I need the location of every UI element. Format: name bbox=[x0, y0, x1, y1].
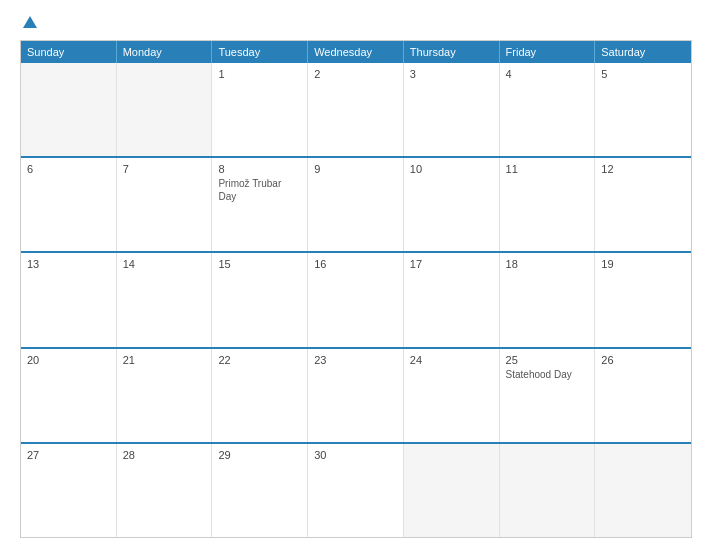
calendar-cell: 15 bbox=[212, 253, 308, 346]
logo-block bbox=[20, 16, 37, 30]
calendar-cell bbox=[595, 444, 691, 537]
calendar-week-1: 12345 bbox=[21, 63, 691, 156]
holiday-label: Statehood Day bbox=[506, 368, 589, 381]
calendar-week-4: 202122232425Statehood Day26 bbox=[21, 347, 691, 442]
calendar-cell: 4 bbox=[500, 63, 596, 156]
calendar-cell: 12 bbox=[595, 158, 691, 251]
calendar-cell: 8Primož Trubar Day bbox=[212, 158, 308, 251]
calendar-cell bbox=[404, 444, 500, 537]
page-header bbox=[20, 16, 692, 30]
day-number: 13 bbox=[27, 258, 110, 270]
day-number: 3 bbox=[410, 68, 493, 80]
calendar-cell: 26 bbox=[595, 349, 691, 442]
day-header-thursday: Thursday bbox=[404, 41, 500, 63]
day-number: 15 bbox=[218, 258, 301, 270]
calendar-cell: 16 bbox=[308, 253, 404, 346]
calendar-cell: 1 bbox=[212, 63, 308, 156]
day-number: 14 bbox=[123, 258, 206, 270]
calendar-cell: 5 bbox=[595, 63, 691, 156]
day-number: 26 bbox=[601, 354, 685, 366]
day-number: 18 bbox=[506, 258, 589, 270]
calendar-cell: 24 bbox=[404, 349, 500, 442]
calendar-cell: 11 bbox=[500, 158, 596, 251]
day-number: 30 bbox=[314, 449, 397, 461]
day-header-friday: Friday bbox=[500, 41, 596, 63]
day-number: 17 bbox=[410, 258, 493, 270]
calendar-cell: 17 bbox=[404, 253, 500, 346]
calendar-cell: 7 bbox=[117, 158, 213, 251]
calendar-cell: 28 bbox=[117, 444, 213, 537]
day-number: 24 bbox=[410, 354, 493, 366]
day-number: 29 bbox=[218, 449, 301, 461]
calendar-cell: 10 bbox=[404, 158, 500, 251]
day-number: 16 bbox=[314, 258, 397, 270]
calendar-cell: 3 bbox=[404, 63, 500, 156]
calendar-cell: 6 bbox=[21, 158, 117, 251]
calendar-header-row: SundayMondayTuesdayWednesdayThursdayFrid… bbox=[21, 41, 691, 63]
day-number: 21 bbox=[123, 354, 206, 366]
day-number: 22 bbox=[218, 354, 301, 366]
calendar-cell: 19 bbox=[595, 253, 691, 346]
day-number: 28 bbox=[123, 449, 206, 461]
day-number: 2 bbox=[314, 68, 397, 80]
calendar-cell: 2 bbox=[308, 63, 404, 156]
calendar-cell: 9 bbox=[308, 158, 404, 251]
calendar-cell: 30 bbox=[308, 444, 404, 537]
day-number: 23 bbox=[314, 354, 397, 366]
calendar-cell bbox=[500, 444, 596, 537]
logo-triangle-icon bbox=[23, 16, 37, 28]
calendar-cell: 29 bbox=[212, 444, 308, 537]
calendar-cell bbox=[117, 63, 213, 156]
day-number: 9 bbox=[314, 163, 397, 175]
calendar-cell: 13 bbox=[21, 253, 117, 346]
calendar-cell: 22 bbox=[212, 349, 308, 442]
holiday-label: Primož Trubar Day bbox=[218, 177, 301, 203]
day-header-sunday: Sunday bbox=[21, 41, 117, 63]
day-number: 6 bbox=[27, 163, 110, 175]
calendar-cell bbox=[21, 63, 117, 156]
calendar-cell: 23 bbox=[308, 349, 404, 442]
day-number: 10 bbox=[410, 163, 493, 175]
logo-top-row bbox=[20, 16, 37, 30]
day-number: 11 bbox=[506, 163, 589, 175]
calendar-cell: 21 bbox=[117, 349, 213, 442]
day-header-tuesday: Tuesday bbox=[212, 41, 308, 63]
day-number: 25 bbox=[506, 354, 589, 366]
calendar-cell: 27 bbox=[21, 444, 117, 537]
day-number: 1 bbox=[218, 68, 301, 80]
calendar-week-2: 678Primož Trubar Day9101112 bbox=[21, 156, 691, 251]
day-number: 4 bbox=[506, 68, 589, 80]
day-header-monday: Monday bbox=[117, 41, 213, 63]
day-number: 19 bbox=[601, 258, 685, 270]
day-number: 27 bbox=[27, 449, 110, 461]
calendar-cell: 14 bbox=[117, 253, 213, 346]
day-number: 12 bbox=[601, 163, 685, 175]
day-number: 7 bbox=[123, 163, 206, 175]
calendar-cell: 18 bbox=[500, 253, 596, 346]
day-header-saturday: Saturday bbox=[595, 41, 691, 63]
day-number: 5 bbox=[601, 68, 685, 80]
calendar-grid: SundayMondayTuesdayWednesdayThursdayFrid… bbox=[20, 40, 692, 538]
calendar-cell: 25Statehood Day bbox=[500, 349, 596, 442]
day-header-wednesday: Wednesday bbox=[308, 41, 404, 63]
calendar-cell: 20 bbox=[21, 349, 117, 442]
calendar-week-3: 13141516171819 bbox=[21, 251, 691, 346]
day-number: 20 bbox=[27, 354, 110, 366]
calendar-page: SundayMondayTuesdayWednesdayThursdayFrid… bbox=[0, 0, 712, 550]
day-number: 8 bbox=[218, 163, 301, 175]
logo bbox=[20, 16, 37, 30]
calendar-week-5: 27282930 bbox=[21, 442, 691, 537]
calendar-body: 12345678Primož Trubar Day910111213141516… bbox=[21, 63, 691, 537]
